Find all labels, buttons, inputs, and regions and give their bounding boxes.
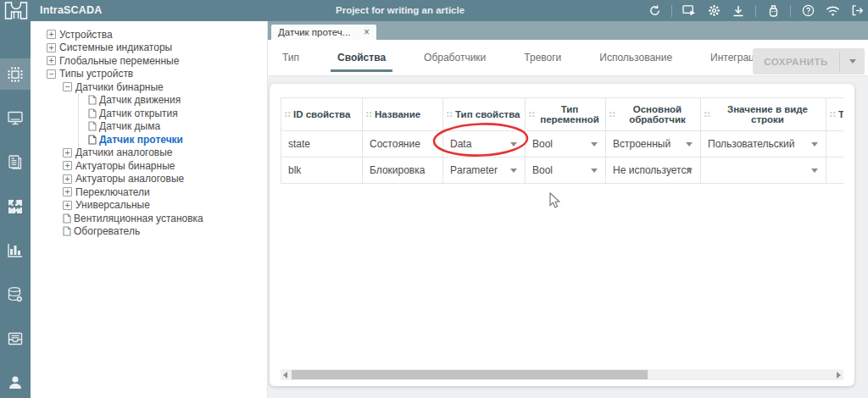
document-tab-leak-sensor[interactable]: Датчик протеч... × — [271, 25, 376, 40]
tree-item-binary-actuators[interactable]: + Актуаторы бинарные — [36, 159, 264, 173]
tree-item-smoke-sensor[interactable]: Датчик дыма — [88, 120, 264, 134]
tree-item-switches[interactable]: + Переключатели — [36, 185, 264, 199]
binary-sensors-children: Датчик движения Датчик открытия Датчик д… — [78, 94, 264, 146]
cell-main-handler-dropdown[interactable]: Не используется — [606, 158, 701, 184]
divider — [671, 5, 672, 17]
refresh-icon[interactable] — [647, 3, 662, 19]
collapse-icon[interactable]: − — [47, 69, 56, 79]
cell-string-value-dropdown[interactable]: Пользовательский — [701, 131, 826, 158]
device-tree-panel: + Устройства + Системные индикаторы + Гл… — [31, 21, 268, 398]
document-tab-bar: Датчик протеч... × — [268, 21, 868, 40]
tree-item-analog-sensors[interactable]: + Датчики аналоговые — [36, 146, 264, 160]
cell-variable-type-dropdown[interactable]: Bool — [526, 158, 606, 184]
cell-property-id[interactable]: blk — [281, 158, 363, 184]
tree-item-motion-sensor[interactable]: Датчик движения — [88, 94, 264, 108]
cell-property-type-dropdown[interactable]: Data — [443, 131, 526, 158]
tree-item-binary-sensors[interactable]: − Датчики бинарные — [36, 80, 264, 94]
drag-grip-icon: ∷ — [830, 110, 836, 119]
expand-icon[interactable]: + — [63, 161, 72, 170]
cell-string-value-dropdown[interactable] — [701, 158, 826, 184]
expand-icon[interactable]: + — [63, 187, 72, 196]
tab-usage[interactable]: Использование — [599, 40, 672, 75]
save-dropdown-button[interactable] — [840, 59, 865, 64]
table-row-state: state Состояние Data Bool Встроенный Пол… — [281, 131, 844, 158]
horizontal-scrollbar[interactable] — [281, 369, 843, 380]
help-icon[interactable] — [800, 3, 815, 19]
rail-item-monitors[interactable] — [0, 102, 31, 134]
cell-main-handler-dropdown[interactable]: Встроенный — [606, 131, 701, 158]
usb-device-icon[interactable] — [765, 3, 781, 19]
scrollbar-thumb[interactable] — [292, 370, 648, 379]
expand-icon[interactable]: + — [47, 56, 56, 65]
documents-icon — [7, 154, 24, 170]
drag-grip-icon: ∷ — [704, 110, 710, 119]
logout-icon[interactable] — [849, 3, 865, 19]
document-icon — [63, 226, 71, 236]
cell-property-type-dropdown[interactable]: Parameter — [443, 158, 526, 184]
cell-name[interactable]: Блокировка — [363, 158, 443, 184]
document-icon — [63, 213, 71, 224]
col-header-truncated[interactable]: ∷Т — [826, 98, 844, 131]
col-header-main-handler[interactable]: ∷Основной обработчик — [606, 98, 701, 131]
expand-icon[interactable]: + — [63, 201, 72, 210]
col-header-property-type[interactable]: ∷Тип свойства — [443, 98, 526, 131]
tab-handlers[interactable]: Обработчики — [424, 40, 486, 75]
expand-icon[interactable]: + — [63, 174, 72, 184]
rail-item-device-types[interactable] — [0, 58, 31, 90]
rail-item-database[interactable] — [0, 279, 31, 310]
tree-item-leak-sensor[interactable]: Датчик протечки — [88, 133, 264, 146]
screen-play-icon[interactable] — [682, 3, 697, 19]
cell-truncated-dropdown[interactable] — [826, 131, 844, 158]
expand-icon[interactable]: + — [47, 30, 56, 39]
col-header-name[interactable]: ∷Название — [363, 98, 443, 131]
expand-icon[interactable]: + — [63, 148, 72, 158]
rail-item-archive[interactable] — [0, 323, 31, 354]
download-icon[interactable] — [731, 3, 746, 19]
device-types-icon — [7, 66, 24, 83]
tree-item-analog-actuators[interactable]: + Актуаторы аналоговые — [36, 173, 264, 186]
scroll-left-icon[interactable] — [281, 369, 290, 380]
rail-item-users[interactable] — [0, 367, 31, 398]
tree-item-device-types[interactable]: − Типы устройств — [36, 68, 264, 81]
tree-item-opening-sensor[interactable]: Датчик открытия — [88, 107, 264, 120]
sub-tab-bar: Тип Свойства Обработчики Тревоги Использ… — [268, 40, 868, 76]
tree-item-system-indicators[interactable]: + Системные индикаторы — [36, 41, 264, 55]
document-icon — [88, 95, 97, 105]
rail-item-charts[interactable] — [0, 235, 31, 266]
wifi-icon[interactable] — [825, 3, 840, 19]
project-title: Project for writing an article — [336, 5, 465, 15]
gear-icon[interactable] — [706, 3, 721, 19]
drag-grip-icon: ∷ — [366, 110, 372, 119]
table-row-blk: blk Блокировка Parameter Bool Не использ… — [281, 158, 844, 184]
collapse-icon[interactable]: − — [63, 82, 72, 91]
cell-variable-type-dropdown[interactable]: Bool — [526, 131, 606, 158]
tab-properties[interactable]: Свойства — [337, 40, 386, 75]
col-header-string-value[interactable]: ∷Значение в виде строки — [701, 98, 826, 131]
modules-icon — [7, 198, 24, 215]
expand-icon[interactable]: + — [47, 43, 56, 53]
save-button[interactable]: СОХРАНИТЬ — [753, 48, 865, 75]
scroll-right-icon[interactable] — [834, 369, 843, 380]
properties-grid-card: ∷ID свойства ∷Название ∷Тип свойства ∷Ти… — [270, 84, 854, 386]
cell-property-id[interactable]: state — [281, 131, 363, 158]
tree-item-ventilation-unit[interactable]: Вентиляционная установка — [36, 212, 264, 225]
cell-name[interactable]: Состояние — [363, 131, 443, 158]
main-content: Датчик протеч... × Тип Свойства Обработч… — [268, 21, 868, 398]
tree-item-heater[interactable]: Обогреватель — [36, 225, 264, 239]
rail-item-modules[interactable] — [0, 191, 31, 222]
col-header-property-id[interactable]: ∷ID свойства — [281, 98, 363, 131]
tab-alarms[interactable]: Тревоги — [524, 40, 561, 75]
rail-item-documents[interactable] — [0, 146, 31, 178]
properties-table: ∷ID свойства ∷Название ∷Тип свойства ∷Ти… — [281, 97, 843, 184]
drag-grip-icon: ∷ — [609, 110, 615, 119]
col-header-variable-type[interactable]: ∷Тип переменной — [526, 98, 606, 131]
cell-truncated-dropdown[interactable] — [826, 158, 844, 184]
tab-type[interactable]: Тип — [282, 40, 299, 75]
monitor-icon — [7, 110, 24, 126]
tree-item-global-variables[interactable]: + Глобальные переменные — [36, 54, 264, 68]
tree-item-devices[interactable]: + Устройства — [36, 28, 264, 41]
tree-item-universal[interactable]: + Универсальные — [36, 199, 264, 213]
close-tab-icon[interactable]: × — [364, 28, 370, 36]
drag-grip-icon: ∷ — [285, 110, 291, 119]
app-name: IntraSCADA — [40, 4, 103, 16]
